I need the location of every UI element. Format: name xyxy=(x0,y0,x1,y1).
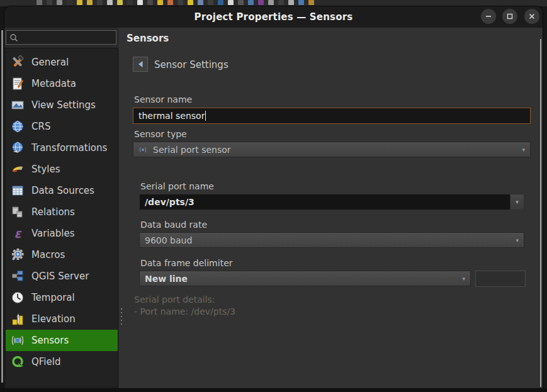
sidebar-item-macros[interactable]: Macros xyxy=(6,244,118,266)
sidebar: General Metadata xyxy=(4,28,119,388)
back-arrow-icon xyxy=(137,60,144,68)
sidebar-item-relations[interactable]: Relations xyxy=(6,201,118,223)
sensor-name-input[interactable]: thermal sensor xyxy=(133,108,531,124)
background-left-scrollbar xyxy=(1,30,3,383)
sidebar-item-label: Temporal xyxy=(31,292,75,303)
sidebar-item-general[interactable]: General xyxy=(6,52,118,73)
custom-delimiter-input[interactable] xyxy=(475,271,526,287)
background-toolbar xyxy=(0,0,547,6)
sidebar-item-qgis-server[interactable]: QGIS Server xyxy=(6,266,118,287)
sidebar-item-label: Relations xyxy=(31,206,75,218)
maximize-button[interactable] xyxy=(502,9,517,24)
delimiter-combobox[interactable]: New line ▾ xyxy=(139,271,471,286)
text-caret xyxy=(205,111,206,121)
serial-port-details: Serial port details: - Port name: /dev/p… xyxy=(134,294,235,318)
sidebar-item-label: General xyxy=(31,57,69,68)
sidebar-item-elevation[interactable]: Elevation xyxy=(6,308,118,330)
dialog-titlebar[interactable]: Project Properties — Sensors xyxy=(4,6,543,28)
project-properties-dialog: Project Properties — Sensors xyxy=(4,6,543,388)
details-line-1: Serial port details: xyxy=(134,294,235,306)
sidebar-item-data-sources[interactable]: Data Sources xyxy=(6,180,118,201)
serial-port-name-combobox[interactable]: /dev/pts/3 ▾ xyxy=(139,194,524,210)
chevron-down-icon: ▾ xyxy=(516,237,519,244)
sidebar-item-label: CRS xyxy=(31,121,50,132)
sidebar-item-transformations[interactable]: Transformations xyxy=(6,137,118,159)
serial-port-dropdown-button[interactable]: ▾ xyxy=(510,194,524,210)
sensor-type-label: Sensor type xyxy=(134,129,187,139)
back-button[interactable] xyxy=(133,57,148,72)
temporal-clock-icon xyxy=(9,290,26,305)
background-bottom-edge xyxy=(0,388,547,392)
vertical-scrollbar[interactable] xyxy=(540,39,541,387)
main-panel: Sensors Sensor Settings Sensor name ther… xyxy=(119,28,543,388)
sidebar-search-input[interactable] xyxy=(6,30,116,45)
sidebar-item-metadata[interactable]: Metadata xyxy=(6,73,118,94)
chevron-down-icon: ▾ xyxy=(522,147,525,153)
sidebar-item-view-settings[interactable]: View Settings xyxy=(6,94,118,116)
transformations-globe-icon xyxy=(9,140,26,155)
sidebar-item-label: Metadata xyxy=(31,78,76,89)
sidebar-item-label: View Settings xyxy=(31,99,96,111)
dialog-title: Project Properties — Sensors xyxy=(4,6,543,28)
sensor-name-label: Sensor name xyxy=(134,94,192,104)
sidebar-item-label: Variables xyxy=(31,228,75,239)
sidebar-item-label: QGIS Server xyxy=(31,271,89,282)
baud-rate-value: 9600 baud xyxy=(145,235,192,245)
sidebar-item-label: Transformations xyxy=(31,142,107,154)
sidebar-item-temporal[interactable]: Temporal xyxy=(6,287,118,308)
sidebar-list: General Metadata xyxy=(5,48,118,388)
sidebar-item-label: Elevation xyxy=(31,313,76,325)
delimiter-label: Data frame delimiter xyxy=(140,258,233,268)
sidebar-item-label: Macros xyxy=(31,249,65,260)
macros-gear-icon xyxy=(9,247,26,262)
metadata-document-icon xyxy=(9,76,26,91)
minimize-button[interactable] xyxy=(481,9,496,24)
maximize-icon xyxy=(506,13,514,20)
sidebar-item-label: QField xyxy=(31,356,60,367)
sidebar-item-label: Sensors xyxy=(31,335,69,346)
serial-port-name-label: Serial port name xyxy=(140,181,214,191)
screen: Project Properties — Sensors xyxy=(0,0,547,392)
chevron-down-icon: ▾ xyxy=(516,199,519,205)
sensor-type-combobox[interactable]: Serial port sensor ▾ xyxy=(133,142,531,157)
serial-sensor-mini-icon xyxy=(138,146,147,154)
data-sources-table-icon xyxy=(9,183,26,198)
sidebar-item-qfield[interactable]: QField xyxy=(6,351,118,372)
background-right-edge xyxy=(543,6,547,392)
qgis-server-network-icon xyxy=(9,269,26,284)
delimiter-value: New line xyxy=(145,274,188,284)
variables-epsilon-icon: ε xyxy=(9,226,26,241)
minimize-icon xyxy=(485,13,492,20)
chevron-down-icon: ▾ xyxy=(462,276,465,282)
sidebar-item-variables[interactable]: ε Variables xyxy=(6,223,118,244)
sidebar-item-label: Data Sources xyxy=(31,185,94,196)
serial-port-name-value: /dev/pts/3 xyxy=(145,197,195,207)
qfield-logo-icon xyxy=(9,354,26,369)
general-tools-icon xyxy=(9,55,26,70)
sensor-type-value: Serial port sensor xyxy=(153,145,231,155)
baud-rate-label: Data baud rate xyxy=(140,220,207,230)
view-settings-image-icon xyxy=(9,98,26,113)
sidebar-item-crs[interactable]: CRS xyxy=(6,116,118,137)
relations-tables-icon xyxy=(9,204,26,220)
baud-rate-combobox[interactable]: 9600 baud ▾ xyxy=(139,232,524,248)
sidebar-item-styles[interactable]: Styles xyxy=(6,159,118,180)
elevation-arrow-icon xyxy=(9,311,26,327)
sidebar-item-label: Styles xyxy=(31,164,60,175)
sidebar-item-sensors[interactable]: Sensors xyxy=(6,330,118,351)
sensor-name-value: thermal sensor xyxy=(138,111,205,121)
search-icon xyxy=(9,33,18,42)
close-button[interactable] xyxy=(524,9,539,24)
crs-globe-icon xyxy=(9,119,26,134)
styles-paintbrush-icon xyxy=(9,162,26,177)
page-title: Sensors xyxy=(127,33,169,44)
close-icon xyxy=(528,13,536,20)
details-line-2: - Port name: /dev/pts/3 xyxy=(134,306,235,318)
sensors-signal-icon xyxy=(9,333,26,348)
settings-title: Sensor Settings xyxy=(154,59,228,70)
